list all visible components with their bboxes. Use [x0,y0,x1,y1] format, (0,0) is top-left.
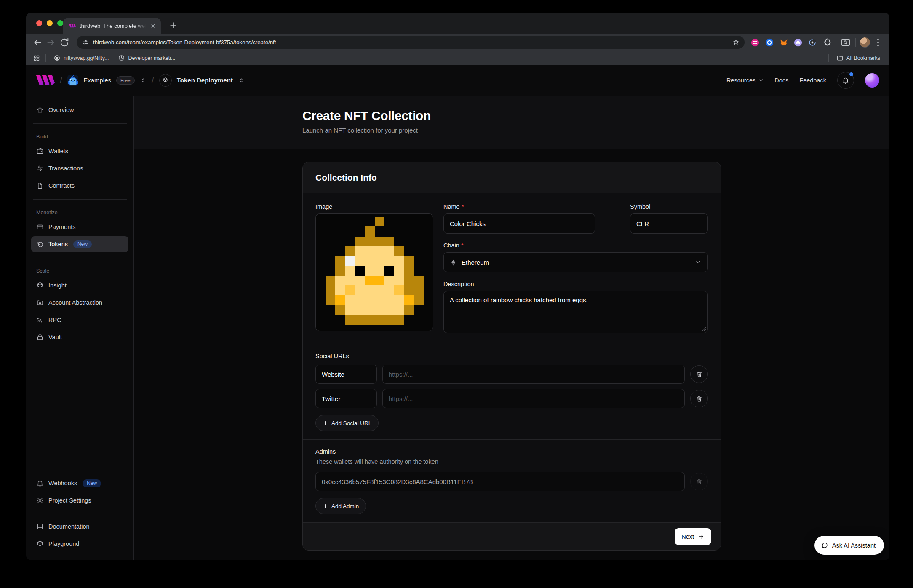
feedback-link[interactable]: Feedback [799,77,826,84]
site-settings-icon[interactable] [82,39,89,46]
sidebar-item-tokens[interactable]: TokensNew [31,236,128,252]
bookmark-item[interactable]: Developer marketi... [115,54,178,61]
add-admin-button[interactable]: Add Admin [315,498,366,514]
sidebar-item-contracts[interactable]: Contracts [31,178,128,194]
sidebar-item-label: Project Settings [48,497,91,504]
name-label: Name [443,203,460,210]
phantom-icon[interactable] [793,38,803,47]
resources-menu[interactable]: Resources [726,77,764,84]
thirdweb-logo[interactable] [36,74,55,86]
trash-icon [696,478,703,485]
toolbar-divider [855,38,856,47]
all-bookmarks-label: All Bookmarks [846,55,880,61]
sidebar-item-insight[interactable]: Insight [31,277,128,293]
browser-menu-icon[interactable] [873,37,884,48]
timer-extension-icon[interactable] [808,38,817,47]
symbol-input[interactable] [630,213,708,234]
delete-social-url-button[interactable] [690,365,708,383]
social-platform-input[interactable] [315,365,377,384]
sidebar-item-transactions[interactable]: Transactions [31,160,128,176]
notifications-button[interactable] [837,72,854,89]
breadcrumb-separator: / [152,75,154,86]
admins-description: These wallets will have authority on the… [315,458,708,465]
social-url-row [315,389,708,408]
sidebar-item-wallets[interactable]: Wallets [31,143,128,159]
metamask-icon[interactable] [779,38,788,47]
browser-profile-avatar[interactable] [860,37,870,48]
extensions-row [750,38,831,47]
breadcrumb: / Examples Free / Token Deployment [36,74,245,87]
tab-strip: thirdweb: The complete web3 [26,13,889,34]
sidebar-section-label: Monetize [31,204,128,219]
contracts-icon [36,182,44,189]
bookmarks-divider [45,54,46,62]
sidebar-divider [33,199,127,200]
side-panel-search-icon[interactable] [840,37,851,48]
sidebar-item-webhooks[interactable]: WebhooksNew [31,475,128,491]
url-text[interactable]: thirdweb.com/team/examples/Token-Deploym… [93,39,728,45]
sidebar-item-overview[interactable]: Overview [31,102,128,118]
team-switcher-icon[interactable] [140,77,147,84]
image-label: Image [315,203,433,210]
sidebar-item-playground[interactable]: Playground [31,536,128,552]
sidebar-item-account-abstraction[interactable]: Account Abstraction [31,295,128,311]
social-url-input[interactable] [382,389,685,408]
sidebar-divider [33,514,127,514]
bookmark-label: Developer marketi... [128,55,175,61]
tab-close-icon[interactable] [149,22,157,29]
sidebar-item-label: Contracts [48,182,75,189]
sidebar-item-documentation[interactable]: Documentation [31,519,128,535]
page-title: Create NFT Collection [302,109,889,123]
reload-button[interactable] [59,37,70,48]
admins-label: Admins [315,448,708,455]
close-window-button[interactable] [36,20,42,26]
new-tab-button[interactable] [168,21,178,30]
symbol-field: Symbol [630,203,708,234]
next-button[interactable]: Next [675,528,711,545]
admin-wallet-input[interactable] [315,472,685,491]
wave-extension-icon[interactable] [750,38,760,47]
sidebar-item-payments[interactable]: Payments [31,219,128,235]
ask-ai-assistant-button[interactable]: Ask AI Assistant [814,536,884,555]
description-input[interactable]: A collection of rainbow chicks hatched f… [443,291,708,333]
add-social-url-button[interactable]: Add Social URL [315,415,379,431]
project-name[interactable]: Token Deployment [177,77,233,84]
team-avatar[interactable] [67,75,78,86]
project-switcher-icon[interactable] [238,77,245,84]
resize-handle[interactable] [702,327,706,331]
maximize-window-button[interactable] [57,20,63,26]
bookmark-item[interactable]: niftyswap.gg/Nifty... [51,54,111,61]
name-input[interactable] [443,213,595,234]
apps-grid-icon[interactable] [33,54,40,62]
chain-select[interactable]: Ethereum [443,252,708,272]
new-badge: New [73,240,92,248]
sidebar-item-label: Wallets [48,148,68,154]
sidebar-item-project-settings[interactable]: Project Settings [31,492,128,508]
chain-label: Chain [443,242,459,249]
sidebar-item-label: Playground [48,540,79,547]
folder-icon [36,299,44,306]
social-platform-input[interactable] [315,389,377,408]
back-button[interactable] [32,37,43,48]
social-url-input[interactable] [382,365,685,384]
address-bar[interactable]: thirdweb.com/team/examples/Token-Deploym… [77,36,745,49]
docs-link[interactable]: Docs [774,77,788,84]
team-name[interactable]: Examples [83,77,111,84]
collection-image-preview[interactable] [315,213,433,331]
payments-icon [36,223,44,231]
ethereum-icon [450,259,457,266]
forward-button[interactable] [45,37,56,48]
trash-icon [696,395,703,402]
sidebar-item-rpc[interactable]: RPC [31,312,128,328]
ring-extension-icon[interactable] [765,38,774,47]
user-avatar[interactable] [865,73,879,88]
bookmark-star-icon[interactable] [732,39,739,46]
sidebar-item-vault[interactable]: Vault [31,329,128,345]
all-bookmarks-button[interactable]: All Bookmarks [834,54,883,61]
delete-social-url-button[interactable] [690,390,708,407]
card-footer: Next [303,522,721,550]
social-url-row [315,365,708,384]
minimize-window-button[interactable] [47,20,53,26]
extensions-puzzle-icon[interactable] [822,38,831,47]
browser-tab[interactable]: thirdweb: The complete web3 [63,18,161,34]
